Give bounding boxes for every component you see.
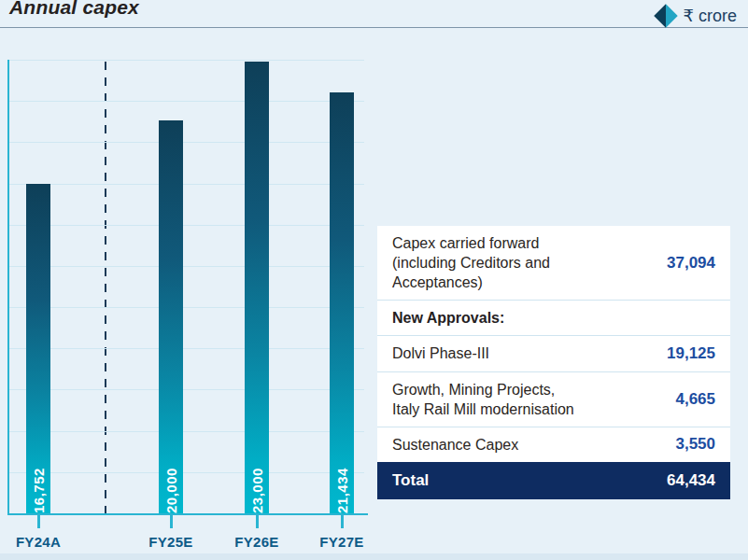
bar-FY25E: 20,000 — [159, 120, 183, 513]
page-title: Annual capex — [9, 0, 139, 19]
table-row: Dolvi Phase-III19,125 — [377, 335, 730, 371]
gridline — [9, 225, 364, 226]
x-axis-tick — [341, 515, 344, 528]
table-row: New Approvals: — [377, 300, 730, 335]
gridline — [9, 142, 364, 143]
x-axis-label-FY25E: FY25E — [134, 534, 208, 550]
gridline — [9, 60, 364, 61]
gridline — [9, 307, 364, 308]
row-label: Capex carried forward(including Creditor… — [392, 233, 618, 292]
row-label: Total — [392, 470, 618, 491]
x-axis-tick — [256, 515, 259, 528]
title-divider — [0, 27, 748, 28]
gridline — [9, 472, 364, 473]
unit-indicator: ₹ crore — [657, 6, 737, 26]
x-axis-label-FY24A: FY24A — [1, 534, 76, 550]
bar-value-label: 21,434 — [334, 99, 350, 513]
bottom-strip — [0, 553, 748, 560]
row-value: 3,550 — [618, 435, 715, 454]
bar-value-label: 20,000 — [163, 127, 179, 513]
row-value: 64,434 — [618, 471, 715, 490]
table-row: Growth, Mining Projects,Italy Rail Mill … — [377, 371, 730, 427]
bar-FY24A: 16,752 — [26, 184, 50, 513]
table-row: Total64,434 — [377, 462, 730, 499]
actual-vs-estimate-divider — [105, 62, 106, 513]
table-row: Sustenance Capex3,550 — [377, 427, 730, 462]
gridline — [9, 184, 364, 185]
bar-value-label: 16,752 — [31, 190, 47, 513]
bar-FY27E: 21,434 — [330, 92, 354, 513]
gridline — [9, 266, 364, 267]
gridline — [9, 348, 364, 349]
gridline — [9, 101, 364, 102]
row-label: New Approvals: — [392, 308, 618, 328]
unit-label: ₹ crore — [684, 6, 737, 26]
x-axis-label-FY27E: FY27E — [304, 534, 379, 550]
bar-FY26E: 23,000 — [245, 62, 269, 513]
gridline — [9, 431, 364, 432]
x-axis-tick — [170, 515, 173, 528]
row-value: 4,665 — [618, 390, 715, 409]
row-label: Dolvi Phase-III — [392, 343, 618, 363]
table-row: Capex carried forward(including Creditor… — [377, 226, 730, 300]
annual-capex-panel: Annual capex ₹ crore 16,75220,00023,0002… — [0, 0, 748, 560]
row-value: 19,125 — [618, 344, 715, 363]
x-axis-tick — [37, 515, 40, 528]
x-axis-label-FY26E: FY26E — [219, 534, 294, 550]
row-value: 37,094 — [618, 254, 715, 273]
capex-table: Capex carried forward(including Creditor… — [377, 226, 730, 499]
bar-value-label: 23,000 — [249, 68, 265, 513]
bar-chart-plot: 16,75220,00023,00021,434 — [7, 60, 368, 515]
gridline — [9, 389, 364, 390]
row-label: Growth, Mining Projects,Italy Rail Mill … — [392, 380, 618, 419]
diamond-icon — [654, 4, 677, 27]
row-label: Sustenance Capex — [392, 435, 618, 455]
